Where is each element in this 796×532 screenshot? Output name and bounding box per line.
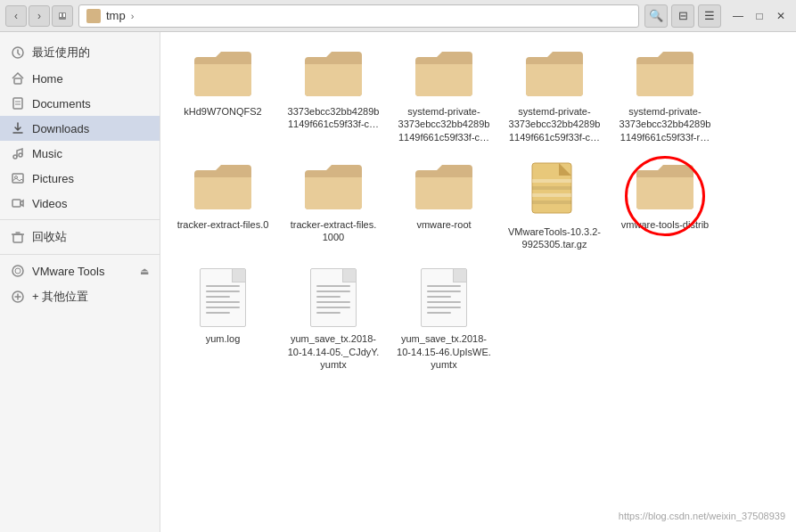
list-item[interactable]: kHd9W7ONQFS2 xyxy=(169,41,276,151)
view-grid-button[interactable]: ⊟ xyxy=(671,4,694,28)
list-item[interactable]: yum_save_tx.2018-10-14.14-05._CJdyY.yumt… xyxy=(280,261,387,378)
svg-rect-11 xyxy=(12,174,23,183)
back-button[interactable]: ‹ xyxy=(5,5,27,27)
folder-icon xyxy=(633,161,697,213)
svg-rect-5 xyxy=(13,98,22,109)
view-list-button[interactable]: ☰ xyxy=(698,4,721,28)
trash-icon xyxy=(11,230,25,244)
sidebar-item-other[interactable]: + 其他位置 xyxy=(0,283,160,310)
doc-line xyxy=(206,307,240,308)
sidebar-item-vmware[interactable]: VMware Tools ⏏ xyxy=(0,258,160,283)
file-name: systemd-private-3373ebcc32bb4289b1149f66… xyxy=(398,105,490,143)
doc-line xyxy=(427,296,451,298)
doc-line xyxy=(206,285,240,287)
list-item[interactable]: vmware-tools-distrib xyxy=(611,154,718,258)
svg-rect-25 xyxy=(532,193,571,197)
svg-rect-24 xyxy=(532,186,571,190)
folder-icon xyxy=(191,161,255,213)
list-item[interactable]: systemd-private-3373ebcc32bb4289b1149f66… xyxy=(501,41,608,151)
breadcrumb[interactable]: tmp › xyxy=(78,4,639,28)
list-item[interactable]: systemd-private-3373ebcc32bb4289b1149f66… xyxy=(390,41,497,151)
svg-rect-2 xyxy=(63,13,65,17)
sidebar-item-documents[interactable]: Documents xyxy=(0,91,160,116)
breadcrumb-folder-icon xyxy=(86,9,101,23)
svg-rect-23 xyxy=(532,179,571,183)
home-label: Home xyxy=(32,72,63,86)
vmware-label: VMware Tools xyxy=(32,265,104,278)
sidebar-item-videos[interactable]: Videos xyxy=(0,191,160,216)
up-button[interactable] xyxy=(52,5,73,27)
music-label: Music xyxy=(32,147,62,160)
other-label: + 其他位置 xyxy=(32,289,88,305)
list-item[interactable]: vmware-root xyxy=(390,154,497,258)
svg-rect-14 xyxy=(13,234,22,242)
sidebar-item-downloads[interactable]: Downloads xyxy=(0,116,160,141)
downloads-icon xyxy=(11,121,25,135)
pictures-icon xyxy=(11,171,25,185)
document-icon xyxy=(310,268,357,327)
nav-buttons: ‹ › xyxy=(5,5,73,27)
doc-line xyxy=(206,291,240,292)
main-container: 最近使用的 Home Documents Downloads Music xyxy=(0,32,796,532)
sidebar-item-trash[interactable]: 回收站 xyxy=(0,224,160,250)
svg-rect-13 xyxy=(12,200,21,207)
file-name: yum_save_tx.2018-10-14.14-05._CJdyY.yumt… xyxy=(288,332,380,371)
doc-line xyxy=(206,312,230,314)
list-item[interactable]: VMwareTools-10.3.2-9925305.tar.gz xyxy=(501,154,608,258)
sidebar-item-home[interactable]: Home xyxy=(0,66,160,91)
doc-line xyxy=(427,301,461,303)
svg-point-17 xyxy=(15,268,21,274)
svg-rect-26 xyxy=(532,201,571,204)
doc-line xyxy=(316,307,350,308)
doc-line xyxy=(316,285,350,287)
sidebar-item-music[interactable]: Music xyxy=(0,141,160,166)
close-button[interactable]: ✕ xyxy=(771,6,791,26)
toolbar-actions: 🔍 ⊟ ☰ xyxy=(644,4,721,28)
doc-line xyxy=(206,301,240,303)
forward-button[interactable]: › xyxy=(29,5,50,27)
videos-label: Videos xyxy=(32,197,68,210)
file-name: tracker-extract-files.0 xyxy=(177,218,269,231)
maximize-button[interactable]: □ xyxy=(750,6,769,26)
file-name: vmware-root xyxy=(416,218,471,231)
documents-label: Documents xyxy=(32,97,91,110)
folder-icon xyxy=(301,48,365,100)
list-item[interactable]: yum.log xyxy=(169,261,276,378)
videos-icon xyxy=(11,196,25,210)
folder-icon xyxy=(522,48,587,100)
sidebar-divider-2 xyxy=(0,254,160,255)
document-icon xyxy=(200,268,246,327)
list-item[interactable]: 3373ebcc32bb4289b1149f661c59f33f-c… xyxy=(280,41,387,151)
document-icon xyxy=(421,268,467,327)
file-name: systemd-private-3373ebcc32bb4289b1149f66… xyxy=(509,105,601,143)
doc-lines xyxy=(206,285,240,314)
search-button[interactable]: 🔍 xyxy=(644,4,668,28)
title-bar: ‹ › tmp › 🔍 ⊟ ☰ — □ ✕ xyxy=(0,0,796,32)
sidebar: 最近使用的 Home Documents Downloads Music xyxy=(0,32,160,532)
list-item[interactable]: tracker-extract-files.0 xyxy=(169,154,276,258)
trash-label: 回收站 xyxy=(32,229,67,245)
file-name: yum_save_tx.2018-10-14.15-46.UpIsWE.yumt… xyxy=(397,332,491,371)
sidebar-item-pictures[interactable]: Pictures xyxy=(0,166,160,191)
file-grid: kHd9W7ONQFS2 3373ebcc32bb4289b1149f661c5… xyxy=(169,41,787,378)
recent-label: 最近使用的 xyxy=(32,45,90,61)
vmware-icon xyxy=(11,264,25,278)
folder-icon xyxy=(633,48,697,100)
sidebar-divider xyxy=(0,219,160,220)
svg-rect-4 xyxy=(14,78,21,84)
list-item[interactable]: tracker-extract-files.1000 xyxy=(280,154,387,258)
minimize-button[interactable]: — xyxy=(728,6,748,26)
doc-line xyxy=(206,296,230,298)
home-icon xyxy=(11,71,25,86)
breadcrumb-text: tmp xyxy=(106,9,126,22)
doc-line xyxy=(427,312,451,314)
file-name: yum.log xyxy=(206,332,241,345)
doc-lines xyxy=(427,285,461,314)
file-name: vmware-tools-distrib xyxy=(621,218,709,231)
folder-icon xyxy=(412,48,476,100)
sidebar-item-recent[interactable]: 最近使用的 xyxy=(0,39,160,66)
list-item[interactable]: yum_save_tx.2018-10-14.15-46.UpIsWE.yumt… xyxy=(390,261,497,378)
file-name: kHd9W7ONQFS2 xyxy=(184,105,261,118)
list-item[interactable]: systemd-private-3373ebcc32bb4289b1149f66… xyxy=(611,41,718,151)
recent-icon xyxy=(11,45,25,60)
